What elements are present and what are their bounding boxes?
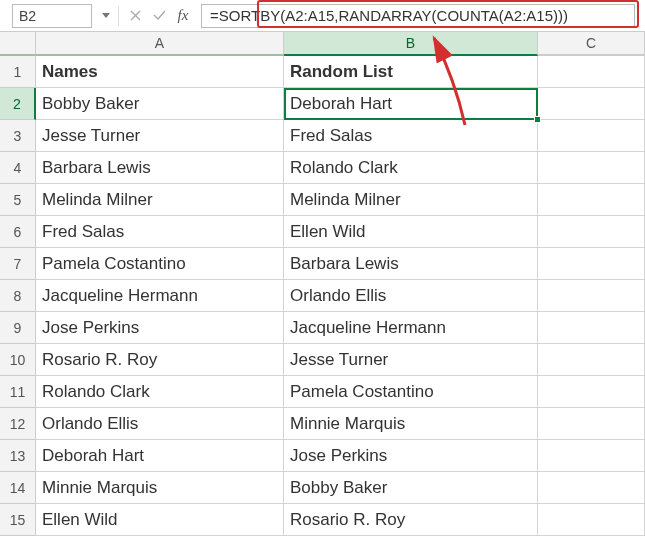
cell[interactable] — [538, 504, 645, 536]
row-header[interactable]: 14 — [0, 472, 36, 504]
cell[interactable] — [538, 152, 645, 184]
cell[interactable]: Jacqueline Hermann — [36, 280, 284, 312]
cell[interactable] — [538, 248, 645, 280]
cell[interactable]: Fred Salas — [36, 216, 284, 248]
cell[interactable]: Rosario R. Roy — [284, 504, 538, 536]
col-header-B[interactable]: B — [284, 32, 538, 56]
cell[interactable]: Pamela Costantino — [36, 248, 284, 280]
cell[interactable] — [538, 440, 645, 472]
row-header[interactable]: 4 — [0, 152, 36, 184]
col-header-A[interactable]: A — [36, 32, 284, 56]
cell[interactable]: Ellen Wild — [284, 216, 538, 248]
row-header[interactable]: 2 — [0, 88, 36, 120]
row-header[interactable]: 3 — [0, 120, 36, 152]
name-box[interactable]: B2 — [12, 4, 92, 28]
cell[interactable] — [538, 88, 645, 120]
cancel-icon[interactable] — [123, 4, 147, 28]
row-header[interactable]: 5 — [0, 184, 36, 216]
row-header[interactable]: 10 — [0, 344, 36, 376]
cell[interactable] — [538, 376, 645, 408]
cell[interactable] — [538, 280, 645, 312]
cell[interactable] — [538, 120, 645, 152]
cell[interactable]: Orlando Ellis — [36, 408, 284, 440]
cell[interactable]: Bobby Baker — [284, 472, 538, 504]
select-all-corner[interactable] — [0, 32, 36, 56]
cell[interactable]: Minnie Marquis — [36, 472, 284, 504]
cell[interactable]: Jesse Turner — [284, 344, 538, 376]
row-header[interactable]: 6 — [0, 216, 36, 248]
row-header[interactable]: 12 — [0, 408, 36, 440]
cell[interactable] — [538, 408, 645, 440]
row-header[interactable]: 15 — [0, 504, 36, 536]
row-header[interactable]: 1 — [0, 56, 36, 88]
row-header[interactable]: 7 — [0, 248, 36, 280]
cell[interactable] — [538, 472, 645, 504]
chevron-down-icon[interactable] — [98, 13, 114, 18]
cell[interactable]: Deborah Hart — [284, 88, 538, 120]
row-header[interactable]: 8 — [0, 280, 36, 312]
cell[interactable]: Melinda Milner — [36, 184, 284, 216]
fx-icon[interactable]: fx — [171, 4, 195, 28]
cell[interactable]: Orlando Ellis — [284, 280, 538, 312]
row-header[interactable]: 11 — [0, 376, 36, 408]
cell[interactable]: Names — [36, 56, 284, 88]
cell[interactable]: Barbara Lewis — [36, 152, 284, 184]
cell[interactable]: Random List — [284, 56, 538, 88]
separator — [118, 6, 119, 26]
cell[interactable] — [538, 344, 645, 376]
fill-handle[interactable] — [534, 116, 541, 123]
enter-icon[interactable] — [147, 4, 171, 28]
cell[interactable]: Jacqueline Hermann — [284, 312, 538, 344]
cell[interactable]: Jose Perkins — [36, 312, 284, 344]
cell[interactable]: Pamela Costantino — [284, 376, 538, 408]
cell[interactable]: Fred Salas — [284, 120, 538, 152]
col-header-C[interactable]: C — [538, 32, 645, 56]
formula-input[interactable]: =SORTBY(A2:A15,RANDARRAY(COUNTA(A2:A15))… — [201, 4, 635, 28]
cell[interactable]: Barbara Lewis — [284, 248, 538, 280]
cell[interactable]: Deborah Hart — [36, 440, 284, 472]
cell[interactable]: Rosario R. Roy — [36, 344, 284, 376]
cell[interactable]: Ellen Wild — [36, 504, 284, 536]
cell[interactable]: Bobby Baker — [36, 88, 284, 120]
cell[interactable]: Minnie Marquis — [284, 408, 538, 440]
spreadsheet-grid: A B C 1 Names Random List 2 Bobby Baker … — [0, 32, 645, 536]
cell[interactable]: Jesse Turner — [36, 120, 284, 152]
cell[interactable] — [538, 216, 645, 248]
cell[interactable]: Rolando Clark — [36, 376, 284, 408]
row-header[interactable]: 9 — [0, 312, 36, 344]
cell[interactable]: Jose Perkins — [284, 440, 538, 472]
row-header[interactable]: 13 — [0, 440, 36, 472]
formula-bar: B2 fx =SORTBY(A2:A15,RANDARRAY(COUNTA(A2… — [0, 0, 645, 32]
cell[interactable] — [538, 56, 645, 88]
cell[interactable]: Rolando Clark — [284, 152, 538, 184]
cell[interactable] — [538, 184, 645, 216]
cell[interactable] — [538, 312, 645, 344]
cell[interactable]: Melinda Milner — [284, 184, 538, 216]
